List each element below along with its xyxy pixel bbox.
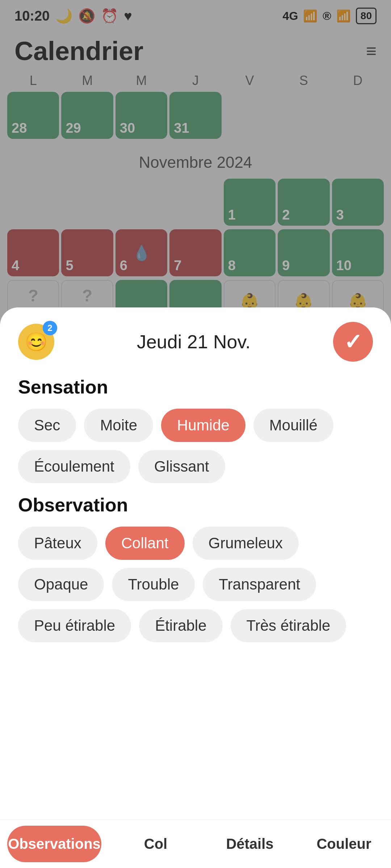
bottom-nav: Observations Col Détails Couleur bbox=[0, 820, 391, 868]
chip-tres-etirable[interactable]: Très étirable bbox=[231, 609, 346, 642]
observation-chips: Pâteux Collant Grumeleux Opaque Trouble … bbox=[0, 527, 391, 650]
sheet-date: Jeudi 21 Nov. bbox=[137, 331, 251, 353]
chip-opaque[interactable]: Opaque bbox=[18, 568, 104, 601]
bottom-sheet: 😊 2 Jeudi 21 Nov. ✓ Sensation Sec Moite … bbox=[0, 307, 391, 868]
check-icon: ✓ bbox=[344, 329, 362, 354]
chip-ecoulement[interactable]: Écoulement bbox=[18, 450, 130, 483]
nav-observations[interactable]: Observations bbox=[7, 826, 101, 862]
avatar-badge: 2 bbox=[43, 321, 57, 335]
sheet-header: 😊 2 Jeudi 21 Nov. ✓ bbox=[0, 307, 391, 373]
nav-couleur[interactable]: Couleur bbox=[297, 824, 391, 864]
nav-col[interactable]: Col bbox=[109, 824, 203, 864]
chip-glissant[interactable]: Glissant bbox=[138, 450, 225, 483]
avatar: 😊 2 bbox=[18, 324, 54, 360]
chip-transparent[interactable]: Transparent bbox=[203, 568, 316, 601]
chip-collant[interactable]: Collant bbox=[105, 527, 185, 560]
chip-moite[interactable]: Moite bbox=[84, 409, 153, 442]
chip-grumeleux[interactable]: Grumeleux bbox=[193, 527, 299, 560]
chip-sec[interactable]: Sec bbox=[18, 409, 76, 442]
avatar-emoji: 😊 bbox=[25, 331, 47, 352]
check-button[interactable]: ✓ bbox=[333, 322, 373, 362]
chip-humide[interactable]: Humide bbox=[161, 409, 245, 442]
chip-etirable[interactable]: Étirable bbox=[139, 609, 222, 642]
chip-pateux[interactable]: Pâteux bbox=[18, 527, 97, 560]
sensation-chips: Sec Moite Humide Mouillé Écoulement Glis… bbox=[0, 409, 391, 490]
chip-trouble[interactable]: Trouble bbox=[112, 568, 195, 601]
observation-title: Observation bbox=[0, 490, 391, 527]
chip-mouille[interactable]: Mouillé bbox=[253, 409, 333, 442]
chip-peu-etirable[interactable]: Peu étirable bbox=[18, 609, 131, 642]
sensation-title: Sensation bbox=[0, 373, 391, 409]
nav-details[interactable]: Détails bbox=[203, 824, 297, 864]
